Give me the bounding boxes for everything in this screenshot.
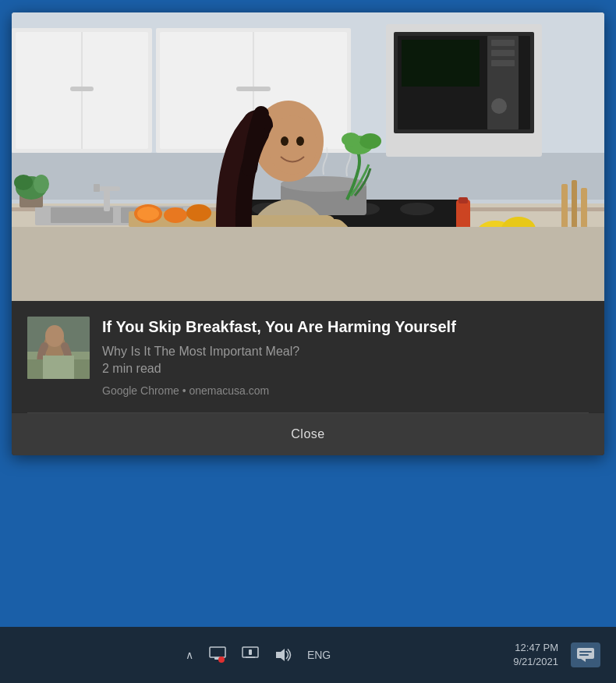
close-button[interactable]: Close xyxy=(12,413,604,455)
notification-body: If You Skip Breakfast, You Are Harming Y… xyxy=(12,301,604,412)
svg-rect-18 xyxy=(491,60,515,66)
network-icon[interactable] xyxy=(242,646,259,664)
taskbar-time-date[interactable]: 12:47 PM 9/21/2021 xyxy=(513,641,558,669)
svg-rect-6 xyxy=(70,87,94,91)
notification-source: Google Chrome • onemacusa.com xyxy=(102,384,589,397)
notification-subtitle: Why Is It The Most Important Meal?2 min … xyxy=(102,343,589,378)
notifications-chat-button[interactable] xyxy=(571,642,600,667)
hero-image[interactable] xyxy=(12,12,604,301)
svg-rect-14 xyxy=(402,40,480,87)
taskbar-date: 9/21/2021 xyxy=(513,655,558,669)
svg-point-19 xyxy=(491,98,507,114)
svg-rect-10 xyxy=(236,87,271,91)
svg-point-30 xyxy=(14,175,33,190)
svg-point-31 xyxy=(34,175,49,193)
notification-card: If You Skip Breakfast, You Are Harming Y… xyxy=(12,12,604,455)
thumbnail-image xyxy=(27,317,90,379)
svg-rect-76 xyxy=(249,649,252,655)
notification-title: If You Skip Breakfast, You Are Harming Y… xyxy=(102,317,589,337)
svg-point-43 xyxy=(164,207,187,223)
svg-marker-79 xyxy=(581,659,586,662)
article-thumbnail xyxy=(27,317,90,379)
volume-icon[interactable] xyxy=(274,648,292,662)
taskbar-left-icons: ∧ ENG xyxy=(16,646,501,664)
svg-rect-80 xyxy=(579,651,592,653)
svg-point-56 xyxy=(281,136,289,146)
notification-text-block: If You Skip Breakfast, You Are Harming Y… xyxy=(102,317,589,397)
language-label[interactable]: ENG xyxy=(307,649,331,661)
svg-rect-78 xyxy=(577,648,594,659)
svg-point-69 xyxy=(45,325,64,347)
svg-rect-27 xyxy=(94,184,100,192)
svg-rect-16 xyxy=(491,40,515,46)
taskbar-icon-wrapper-1 xyxy=(209,646,226,664)
svg-rect-72 xyxy=(210,647,225,657)
svg-marker-77 xyxy=(276,649,285,661)
taskbar: ∧ ENG xyxy=(0,627,616,683)
svg-rect-51 xyxy=(458,197,468,203)
notification-dot xyxy=(218,656,225,663)
svg-rect-17 xyxy=(491,50,515,56)
taskbar-time: 12:47 PM xyxy=(515,641,558,655)
svg-point-42 xyxy=(137,207,159,221)
svg-rect-71 xyxy=(43,356,74,379)
svg-point-55 xyxy=(267,115,317,175)
svg-point-44 xyxy=(186,204,211,221)
system-tray-expand[interactable]: ∧ xyxy=(186,649,193,661)
svg-rect-65 xyxy=(12,227,604,301)
svg-point-59 xyxy=(359,133,381,149)
svg-point-60 xyxy=(342,133,360,147)
svg-point-57 xyxy=(296,136,304,146)
notification-subtitle-text: Why Is It The Most Important Meal?2 min … xyxy=(102,345,299,375)
svg-rect-81 xyxy=(579,654,589,656)
svg-point-36 xyxy=(400,203,434,215)
close-button-area[interactable]: Close xyxy=(12,413,604,455)
svg-rect-25 xyxy=(104,188,110,211)
